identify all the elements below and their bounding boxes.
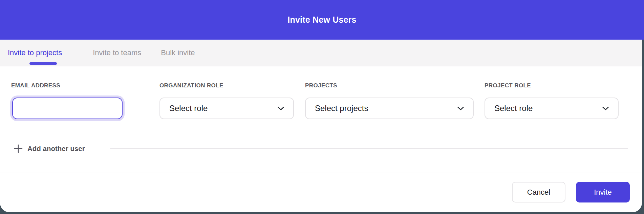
projects-column: PROJECTS Select projects: [305, 82, 474, 119]
email-input[interactable]: [12, 98, 123, 119]
invite-button[interactable]: Invite: [576, 182, 630, 202]
select-value: Select role: [494, 104, 533, 113]
project-role-column: PROJECT ROLE Select role: [485, 82, 619, 119]
cancel-button[interactable]: Cancel: [512, 182, 565, 202]
organization-role-column: ORGANIZATION ROLE Select role: [159, 82, 294, 119]
tab-label: Bulk invite: [161, 48, 195, 57]
add-another-user-button[interactable]: Add another user: [14, 144, 85, 153]
tab-bar: Invite to projects Invite to teams Bulk …: [0, 40, 642, 66]
chevron-down-icon: [278, 107, 284, 110]
tab-invite-to-teams[interactable]: Invite to teams: [93, 40, 141, 66]
projects-select[interactable]: Select projects: [305, 98, 474, 119]
dialog-panel: Invite to projects Invite to teams Bulk …: [0, 40, 642, 212]
email-label: EMAIL ADDRESS: [11, 82, 124, 89]
tab-invite-to-projects[interactable]: Invite to projects: [8, 40, 62, 66]
tab-bulk-invite[interactable]: Bulk invite: [161, 40, 195, 66]
select-value: Select role: [169, 104, 208, 113]
chevron-down-icon: [457, 107, 464, 110]
organization-role-select[interactable]: Select role: [159, 98, 294, 119]
add-another-user-label: Add another user: [27, 145, 85, 153]
footer-buttons: Cancel Invite: [512, 182, 630, 202]
plus-icon: [14, 144, 23, 153]
project-role-select[interactable]: Select role: [485, 98, 619, 119]
active-tab-underline: [29, 62, 57, 65]
row-divider: [110, 148, 628, 149]
tab-label: Invite to teams: [93, 48, 141, 57]
footer-divider: [0, 172, 642, 172]
dialog-title: Invite New Users: [287, 15, 356, 25]
email-column: EMAIL ADDRESS: [11, 82, 124, 119]
invite-dialog: Invite New Users Invite to projects Invi…: [0, 0, 644, 214]
projects-label: PROJECTS: [305, 82, 474, 89]
add-user-row: Add another user: [14, 144, 628, 153]
tab-label: Invite to projects: [8, 48, 62, 57]
chevron-down-icon: [602, 107, 609, 110]
project-role-label: PROJECT ROLE: [485, 82, 619, 89]
organization-role-label: ORGANIZATION ROLE: [159, 82, 294, 89]
select-value: Select projects: [315, 104, 368, 113]
dialog-header: Invite New Users: [0, 0, 644, 40]
